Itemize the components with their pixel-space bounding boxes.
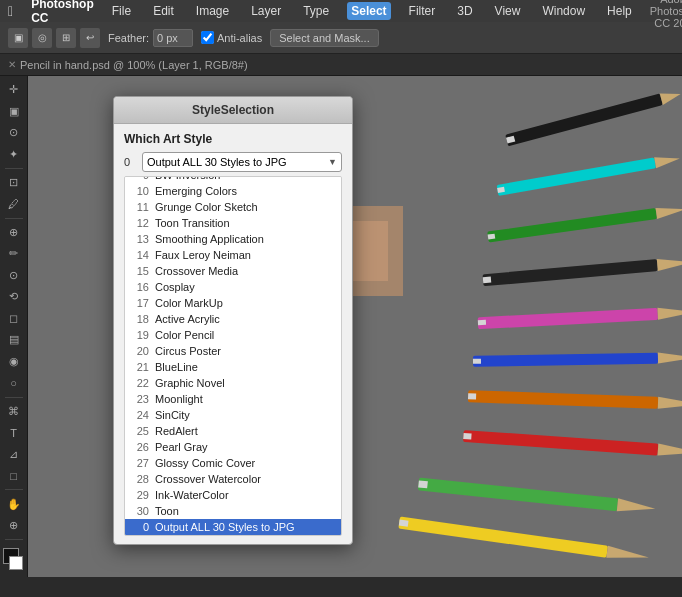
list-item[interactable]: 22Graphic Novel [125,375,341,391]
tool-brush[interactable]: ✏ [3,244,25,263]
item-number: 12 [131,217,149,229]
tool-blur[interactable]: ◉ [3,352,25,371]
selected-item-label: Output ALL 30 Styles to JPG [155,521,295,533]
tool-move[interactable]: ✛ [3,80,25,99]
bottom-bar [0,577,682,597]
item-label: Toon [155,505,179,517]
style-selection-dialog: StyleSelection Which Art Style 0 Output … [113,96,353,545]
feather-input[interactable] [153,29,193,47]
list-item[interactable]: 21BlueLine [125,359,341,375]
list-item[interactable]: 29Ink-WaterColor [125,487,341,503]
canvas-area: StyleSelection Which Art Style 0 Output … [28,76,682,577]
tool-crop[interactable]: ⊡ [3,173,25,192]
menu-select[interactable]: Select [347,2,390,20]
tool-heal[interactable]: ⊕ [3,223,25,242]
item-label: Color Pencil [155,329,214,341]
svg-rect-30 [399,520,409,527]
menu-image[interactable]: Image [192,2,233,20]
list-item[interactable]: 20Circus Poster [125,343,341,359]
svg-rect-27 [418,480,428,488]
tool-path[interactable]: ⊿ [3,444,25,463]
tool-wand[interactable]: ✦ [3,144,25,163]
item-label: Pearl Gray [155,441,208,453]
toolbar-rect-select[interactable]: ▣ [8,28,28,48]
tool-zoom[interactable]: ⊕ [3,516,25,535]
list-item[interactable]: 18Active Acrylic [125,311,341,327]
list-item[interactable]: 13Smoothing Application [125,231,341,247]
app-name: Photoshop CC [31,0,94,25]
item-number: 23 [131,393,149,405]
item-label: Ink-WaterColor [155,489,229,501]
antialias-checkbox[interactable] [201,31,214,44]
item-number: 9 [131,176,149,181]
list-item[interactable]: 11Grunge Color Sketch [125,199,341,215]
list-item-selected[interactable]: 0Output ALL 30 Styles to JPG [125,519,341,535]
list-item[interactable]: 28Crossover Watercolor [125,471,341,487]
menu-view[interactable]: View [491,2,525,20]
background-color[interactable] [9,556,23,570]
item-number: 30 [131,505,149,517]
item-number: 14 [131,249,149,261]
list-item[interactable]: 14Faux Leroy Neiman [125,247,341,263]
color-swatches [3,548,25,573]
toolbar-col[interactable]: ⊞ [56,28,76,48]
style-dropdown[interactable]: Output ALL 30 Styles to JPG ▼ [142,152,342,172]
list-item[interactable]: 19Color Pencil [125,327,341,343]
tab-close-icon[interactable]: ✕ [8,59,16,70]
tool-eyedropper[interactable]: 🖊 [3,194,25,213]
item-label: Crossover Media [155,265,238,277]
tool-gradient[interactable]: ▤ [3,330,25,349]
antialias-group: Anti-alias [201,31,262,44]
list-item[interactable]: 27Glossy Comic Cover [125,455,341,471]
list-item[interactable]: 23Moonlight [125,391,341,407]
tool-clone[interactable]: ⊙ [3,266,25,285]
dropdown-label: Output ALL 30 Styles to JPG [147,156,287,168]
select-mask-button[interactable]: Select and Mask... [270,29,379,47]
tool-divider-4 [5,489,23,490]
item-number: 26 [131,441,149,453]
list-item[interactable]: 16Cosplay [125,279,341,295]
toolbar-ellipse[interactable]: ◎ [32,28,52,48]
dialog-titlebar: StyleSelection [114,97,352,124]
main-area: ✛ ▣ ⊙ ✦ ⊡ 🖊 ⊕ ✏ ⊙ ⟲ ◻ ▤ ◉ ○ ⌘ T ⊿ □ ✋ ⊕ [0,76,682,577]
list-item[interactable]: 10Emerging Colors [125,183,341,199]
menu-file[interactable]: File [108,2,135,20]
list-item[interactable]: 12Toon Transition [125,215,341,231]
list-item[interactable]: 9BW Inversion [125,176,341,183]
list-item[interactable]: 30Toon [125,503,341,519]
tool-pen[interactable]: ⌘ [3,401,25,420]
menu-edit[interactable]: Edit [149,2,178,20]
list-item[interactable]: 26Pearl Gray [125,439,341,455]
item-number: 11 [131,201,149,213]
list-item[interactable]: 24SinCity [125,407,341,423]
menu-layer[interactable]: Layer [247,2,285,20]
list-item[interactable]: 15Crossover Media [125,263,341,279]
toolbar-refine[interactable]: ↩ [80,28,100,48]
list-item[interactable]: 25RedAlert [125,423,341,439]
toolbar-icons: ▣ ◎ ⊞ ↩ [8,28,100,48]
menu-type[interactable]: Type [299,2,333,20]
tool-hand[interactable]: ✋ [3,494,25,513]
tool-shape[interactable]: □ [3,466,25,485]
tool-lasso[interactable]: ⊙ [3,123,25,142]
list-item[interactable]: 17Color MarkUp [125,295,341,311]
apple-icon:  [8,3,13,19]
item-number: 22 [131,377,149,389]
tool-eraser[interactable]: ◻ [3,309,25,328]
item-label: Emerging Colors [155,185,237,197]
svg-rect-21 [468,393,476,399]
tool-history[interactable]: ⟲ [3,287,25,306]
item-number: 15 [131,265,149,277]
tool-dodge[interactable]: ○ [3,373,25,392]
item-label: RedAlert [155,425,198,437]
style-list[interactable]: 1Medium Hard Pencil2Light Pencil Shading… [124,176,342,536]
menu-filter[interactable]: Filter [405,2,440,20]
menu-3d[interactable]: 3D [453,2,476,20]
tool-divider-1 [5,168,23,169]
item-label: Active Acrylic [155,313,220,325]
tool-marquee[interactable]: ▣ [3,101,25,120]
tool-text[interactable]: T [3,423,25,442]
item-number: 17 [131,297,149,309]
menu-help[interactable]: Help [603,2,636,20]
menu-window[interactable]: Window [538,2,589,20]
